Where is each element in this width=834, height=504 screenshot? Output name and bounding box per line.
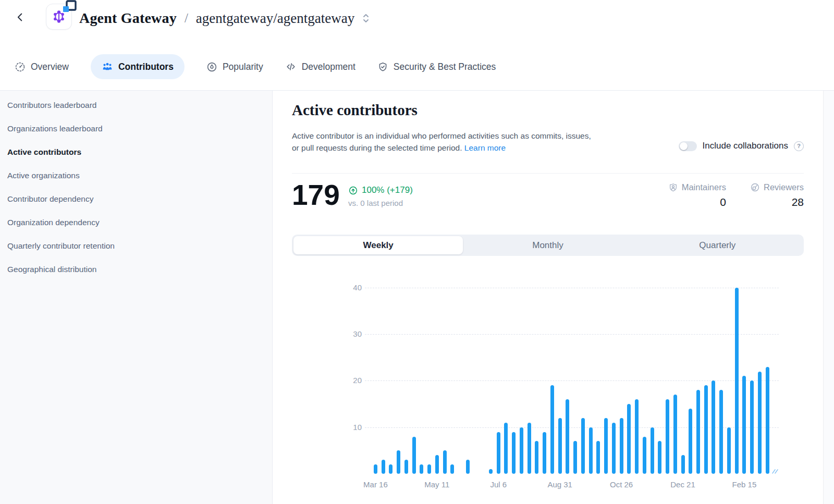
sidebar-item-organizations-leaderboard[interactable]: Organizations leaderboard bbox=[0, 117, 272, 140]
period-segmented-control: Weekly Monthly Quarterly bbox=[292, 235, 804, 256]
sidebar-item-active-organizations[interactable]: Active organizations bbox=[0, 164, 272, 187]
period-tab-monthly[interactable]: Monthly bbox=[463, 236, 632, 254]
x-axis-label: Aug 31 bbox=[536, 480, 583, 489]
chart-bar[interactable] bbox=[573, 441, 577, 474]
chart-bar[interactable] bbox=[696, 390, 700, 474]
y-axis-label: 30 bbox=[330, 329, 362, 338]
reviewers-value: 28 bbox=[792, 196, 804, 208]
chart-bar[interactable] bbox=[543, 432, 546, 474]
gridline bbox=[365, 288, 779, 288]
chart-bar[interactable] bbox=[512, 432, 516, 474]
chart-bar[interactable] bbox=[612, 423, 616, 474]
tab-label: Popularity bbox=[223, 62, 263, 72]
chart-bar[interactable] bbox=[643, 437, 646, 474]
chart-bar[interactable] bbox=[528, 423, 531, 474]
tab-popularity[interactable]: Popularity bbox=[206, 54, 263, 79]
chart-bar[interactable] bbox=[389, 464, 393, 474]
change-percent: 100% (+179) bbox=[362, 185, 413, 195]
chart-bar[interactable] bbox=[596, 441, 600, 474]
chart-bar[interactable] bbox=[620, 418, 623, 474]
x-axis-label: Oct 26 bbox=[598, 480, 645, 489]
arrow-up-circle-icon bbox=[348, 186, 358, 195]
chart-bar[interactable] bbox=[420, 464, 423, 474]
chart-bar[interactable] bbox=[651, 427, 654, 474]
tab-development[interactable]: Development bbox=[285, 54, 355, 79]
chart-bar[interactable] bbox=[658, 441, 661, 474]
chart-bar[interactable] bbox=[443, 450, 447, 474]
chart-bar[interactable] bbox=[635, 399, 639, 474]
chart-bar[interactable] bbox=[466, 460, 470, 474]
total-active-contributors: 179 bbox=[292, 179, 340, 211]
chart-bar[interactable] bbox=[673, 395, 677, 474]
header: Agent Gateway / agentgateway/agentgatewa… bbox=[0, 0, 834, 50]
tab-label: Development bbox=[302, 62, 355, 72]
y-axis-label: 40 bbox=[330, 283, 362, 292]
back-button[interactable] bbox=[13, 9, 28, 25]
stats-divider bbox=[292, 173, 804, 174]
include-collaborations-control: Include collaborations ? bbox=[679, 141, 804, 151]
description-line1: Active contributor is an individual who … bbox=[292, 131, 591, 140]
chart-bar[interactable] bbox=[497, 432, 500, 474]
chart-bar[interactable] bbox=[766, 367, 769, 474]
chart-bar[interactable] bbox=[374, 464, 377, 474]
tab-label: Security & Best Practices bbox=[394, 62, 496, 72]
learn-more-link[interactable]: Learn more bbox=[464, 143, 506, 152]
breadcrumb-separator: / bbox=[185, 11, 188, 26]
chart-bar[interactable] bbox=[681, 455, 685, 474]
repo-nav-tabs: Overview Contributors Popularity Develop… bbox=[15, 54, 496, 80]
period-tab-quarterly[interactable]: Quarterly bbox=[633, 236, 802, 254]
scrollbar[interactable] bbox=[823, 91, 834, 504]
chart-bar[interactable] bbox=[558, 418, 562, 474]
maintainer-shield-icon bbox=[668, 182, 678, 192]
chart-bar[interactable] bbox=[382, 460, 385, 474]
period-tab-weekly[interactable]: Weekly bbox=[293, 236, 463, 254]
repo-selector-button[interactable] bbox=[361, 12, 371, 24]
chart-bar[interactable] bbox=[404, 460, 408, 474]
chart-bar[interactable] bbox=[489, 469, 493, 474]
analytics-sidebar: Contributors leaderboard Organizations l… bbox=[0, 91, 273, 504]
include-collaborations-toggle[interactable] bbox=[679, 141, 697, 151]
chart-bar[interactable] bbox=[566, 399, 569, 474]
flame-icon bbox=[206, 62, 217, 72]
chart-bar[interactable] bbox=[627, 404, 631, 474]
chart-bar[interactable] bbox=[704, 385, 708, 474]
chart-bar[interactable] bbox=[750, 380, 754, 474]
tab-contributors[interactable]: Contributors bbox=[91, 54, 185, 79]
chart-bar[interactable] bbox=[581, 418, 585, 474]
chart-bar[interactable] bbox=[397, 450, 400, 474]
section-description: Active contributor is an individual who … bbox=[292, 130, 652, 154]
chart-bar[interactable] bbox=[450, 464, 454, 474]
chart-bar[interactable] bbox=[412, 437, 416, 474]
chart-bar[interactable] bbox=[550, 385, 554, 474]
sidebar-item-organization-dependency[interactable]: Organization dependency bbox=[0, 211, 272, 234]
breadcrumb: Agent Gateway / agentgateway/agentgatewa… bbox=[79, 7, 371, 29]
chart-bar[interactable] bbox=[666, 399, 669, 474]
sidebar-item-quarterly-contributor-retention[interactable]: Quarterly contributor retention bbox=[0, 234, 272, 257]
sidebar-item-contributor-dependency[interactable]: Contributor dependency bbox=[0, 187, 272, 211]
tab-overview[interactable]: Overview bbox=[15, 54, 69, 79]
chart-bar[interactable] bbox=[535, 441, 538, 474]
chart-bar[interactable] bbox=[589, 427, 593, 474]
x-axis-label: Mar 16 bbox=[352, 480, 399, 489]
tab-security[interactable]: Security & Best Practices bbox=[377, 54, 496, 79]
chart-bar[interactable] bbox=[727, 427, 731, 474]
description-line2: or pull requests during the selected tim… bbox=[292, 143, 462, 152]
chart-bar[interactable] bbox=[504, 423, 508, 474]
chart-bar[interactable] bbox=[719, 390, 723, 474]
help-icon[interactable]: ? bbox=[794, 141, 804, 151]
chart-bar[interactable] bbox=[712, 380, 715, 474]
gridline bbox=[365, 427, 779, 428]
chart-bar[interactable] bbox=[758, 372, 762, 474]
sidebar-item-contributors-leaderboard[interactable]: Contributors leaderboard bbox=[0, 93, 272, 117]
chart-bar[interactable] bbox=[689, 409, 692, 474]
chart-bar[interactable] bbox=[427, 464, 431, 474]
sidebar-item-geographical-distribution[interactable]: Geographical distribution bbox=[0, 257, 272, 281]
sidebar-item-active-contributors[interactable]: Active contributors bbox=[0, 140, 272, 164]
chart-bar[interactable] bbox=[435, 455, 439, 474]
chart-bar[interactable] bbox=[520, 427, 523, 474]
chart-bar[interactable] bbox=[604, 418, 608, 474]
x-axis-label: Feb 15 bbox=[721, 480, 768, 489]
chart-bar[interactable] bbox=[735, 288, 739, 474]
chart-bar[interactable] bbox=[742, 376, 746, 474]
tab-label: Contributors bbox=[118, 62, 174, 72]
